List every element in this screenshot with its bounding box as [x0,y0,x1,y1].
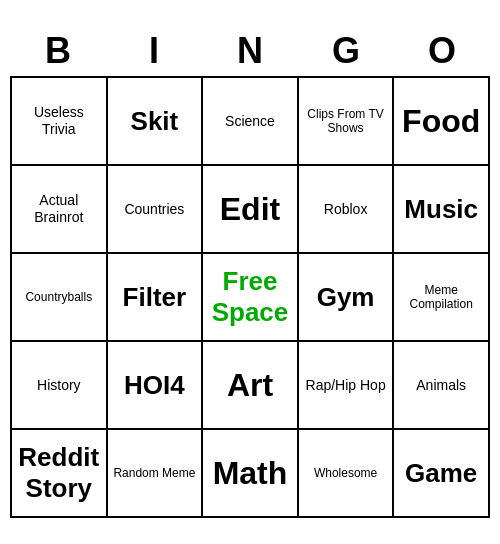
cell-2-3: Gym [299,254,395,342]
cell-2-0: Countryballs [12,254,108,342]
cell-text-0-2: Science [225,113,275,130]
cell-text-2-3: Gym [317,282,375,313]
cell-0-1: Skit [108,78,204,166]
cell-1-4: Music [394,166,490,254]
bingo-card: BINGO Useless TriviaSkitScienceClips Fro… [10,26,490,518]
cell-text-3-0: History [37,377,81,394]
cell-0-0: Useless Trivia [12,78,108,166]
cell-text-4-1: Random Meme [113,466,195,480]
cell-4-0: Reddit Story [12,430,108,518]
cell-text-0-0: Useless Trivia [16,104,102,138]
cell-0-3: Clips From TV Shows [299,78,395,166]
header-letter-B: B [10,26,106,76]
cell-text-4-3: Wholesome [314,466,377,480]
cell-1-0: Actual Brainrot [12,166,108,254]
cell-2-1: Filter [108,254,204,342]
bingo-grid: Useless TriviaSkitScienceClips From TV S… [10,76,490,518]
cell-text-4-4: Game [405,458,477,489]
cell-text-0-1: Skit [131,106,179,137]
header-letter-I: I [106,26,202,76]
cell-4-1: Random Meme [108,430,204,518]
cell-text-0-4: Food [402,103,480,140]
cell-text-2-1: Filter [123,282,187,313]
cell-3-1: HOI4 [108,342,204,430]
cell-text-0-3: Clips From TV Shows [303,107,389,136]
cell-text-3-4: Animals [416,377,466,394]
cell-text-4-0: Reddit Story [16,442,102,504]
cell-text-1-1: Countries [124,201,184,218]
cell-3-2: Art [203,342,299,430]
cell-1-1: Countries [108,166,204,254]
cell-text-1-2: Edit [220,191,280,228]
cell-0-2: Science [203,78,299,166]
cell-4-4: Game [394,430,490,518]
header-letter-N: N [202,26,298,76]
cell-0-4: Food [394,78,490,166]
cell-1-3: Roblox [299,166,395,254]
cell-text-2-2: Free Space [207,266,293,328]
cell-text-4-2: Math [213,455,288,492]
cell-2-4: Meme Compilation [394,254,490,342]
cell-4-2: Math [203,430,299,518]
header-letter-O: O [394,26,490,76]
header-letter-G: G [298,26,394,76]
cell-text-2-4: Meme Compilation [398,283,484,312]
cell-text-3-2: Art [227,367,273,404]
cell-text-3-1: HOI4 [124,370,185,401]
cell-3-0: History [12,342,108,430]
bingo-header: BINGO [10,26,490,76]
cell-text-1-3: Roblox [324,201,368,218]
cell-text-1-0: Actual Brainrot [16,192,102,226]
cell-2-2: Free Space [203,254,299,342]
cell-1-2: Edit [203,166,299,254]
cell-text-3-3: Rap/Hip Hop [306,377,386,394]
cell-3-4: Animals [394,342,490,430]
cell-text-1-4: Music [404,194,478,225]
cell-3-3: Rap/Hip Hop [299,342,395,430]
cell-text-2-0: Countryballs [25,290,92,304]
cell-4-3: Wholesome [299,430,395,518]
